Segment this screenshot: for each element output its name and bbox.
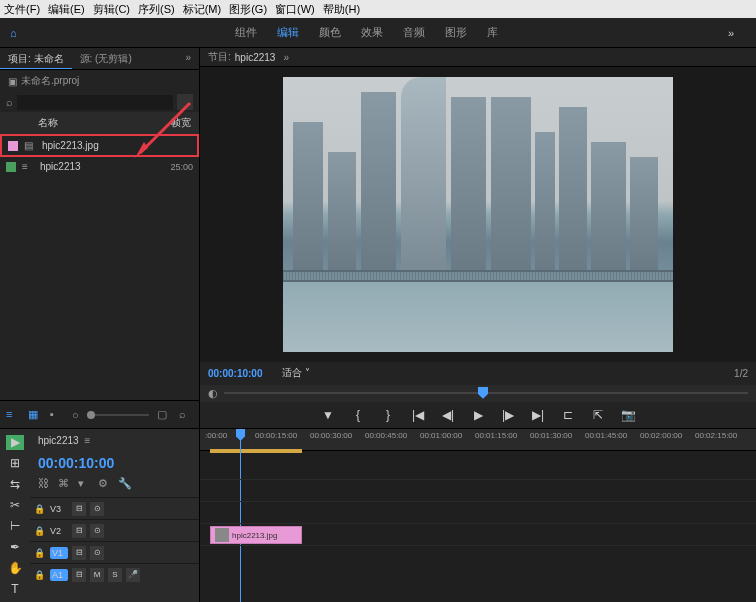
wrench-icon[interactable]: 🔧 xyxy=(118,477,132,491)
menu-mark[interactable]: 标记(M) xyxy=(183,2,222,17)
timeline-clip[interactable]: hpic2213.jpg xyxy=(210,526,302,544)
workspace-bar: ⌂ 组件 编辑 颜色 效果 音频 图形 库 » xyxy=(0,18,756,48)
in-bracket-icon[interactable]: { xyxy=(349,406,367,424)
zoom-fit[interactable]: 适合 ˅ xyxy=(282,366,310,380)
go-end-icon[interactable]: ▶| xyxy=(529,406,547,424)
menu-graphics[interactable]: 图形(G) xyxy=(229,2,267,17)
razor-tool[interactable]: ✂ xyxy=(6,498,24,513)
lift-icon[interactable]: ⊏ xyxy=(559,406,577,424)
ws-tab-library[interactable]: 库 xyxy=(487,25,498,40)
timeline-timecode[interactable]: 00:00:10:00 xyxy=(30,451,199,475)
track-row[interactable]: 🔒 A1 ⊟ M S 🎤 xyxy=(30,563,199,585)
track-name[interactable]: A1 xyxy=(50,569,68,581)
search-btn-icon[interactable]: ⌕ xyxy=(179,408,193,422)
voice-icon[interactable]: 🎤 xyxy=(126,568,140,582)
pen-tool[interactable]: ✒ xyxy=(6,539,24,554)
home-icon[interactable]: ⌂ xyxy=(10,27,17,39)
snap-icon[interactable]: ⛓ xyxy=(38,477,52,491)
timeline-more[interactable]: ≡ xyxy=(85,435,91,446)
lock-icon[interactable]: 🔒 xyxy=(34,548,46,558)
track-lane-a1[interactable] xyxy=(200,545,756,567)
program-tab-name[interactable]: hpic2213 xyxy=(235,52,276,63)
track-lane-v3[interactable] xyxy=(200,479,756,501)
lock-icon[interactable]: 🔒 xyxy=(34,526,46,536)
type-tool[interactable]: T xyxy=(6,581,24,596)
resolution-half[interactable]: 1/2 xyxy=(734,368,748,379)
lock-icon[interactable]: 🔒 xyxy=(34,504,46,514)
zoom-slider[interactable] xyxy=(87,414,149,416)
lock-icon[interactable]: 🔒 xyxy=(34,570,46,580)
sequence-icon: ≡ xyxy=(22,161,36,172)
project-path: ▣ 未命名.prproj xyxy=(0,70,199,92)
track-row[interactable]: 🔒 V3 ⊟ ⊙ xyxy=(30,497,199,519)
freeform-icon[interactable]: ▪ xyxy=(50,408,64,422)
select-tool[interactable]: ▶ xyxy=(6,435,24,450)
ws-tab-color[interactable]: 颜色 xyxy=(319,25,341,40)
source-tab[interactable]: 源: (无剪辑) xyxy=(72,48,140,69)
work-area-bar[interactable] xyxy=(210,449,302,453)
project-more[interactable]: » xyxy=(177,48,199,69)
ruler-tick: 00:00:30:00 xyxy=(310,431,352,440)
marker-opt-icon[interactable]: ▾ xyxy=(78,477,92,491)
out-bracket-icon[interactable]: } xyxy=(379,406,397,424)
play-icon[interactable]: ▶ xyxy=(469,406,487,424)
program-timecode[interactable]: 00:00:10:00 xyxy=(208,368,262,379)
list-view-icon[interactable]: ≡ xyxy=(6,408,20,422)
search-icon: ⌕ xyxy=(6,96,13,108)
step-fwd-icon[interactable]: |▶ xyxy=(499,406,517,424)
toggle-output-icon[interactable]: ⊟ xyxy=(72,568,86,582)
menu-edit[interactable]: 编辑(E) xyxy=(48,2,85,17)
settings-icon[interactable]: ⚙ xyxy=(98,477,112,491)
ruler-tick: 00:00:15:00 xyxy=(255,431,297,440)
toggle-output-icon[interactable]: ⊟ xyxy=(72,524,86,538)
menu-help[interactable]: 帮助(H) xyxy=(323,2,360,17)
toggle-output-icon[interactable]: ⊟ xyxy=(72,546,86,560)
toggle-output-icon[interactable]: ⊟ xyxy=(72,502,86,516)
timeline-tab[interactable]: hpic2213 xyxy=(38,435,79,446)
icon-view-icon[interactable]: ▦ xyxy=(28,408,42,422)
menu-sequence[interactable]: 序列(S) xyxy=(138,2,175,17)
preview-area[interactable] xyxy=(200,67,756,362)
slip-tool[interactable]: ⊢ xyxy=(6,519,24,534)
ws-tab-audio[interactable]: 音频 xyxy=(403,25,425,40)
track-row[interactable]: 🔒 V2 ⊟ ⊙ xyxy=(30,519,199,541)
mute-icon[interactable]: M xyxy=(90,568,104,582)
program-ruler[interactable]: ◐ xyxy=(200,385,756,402)
menu-window[interactable]: 窗口(W) xyxy=(275,2,315,17)
track-name[interactable]: V1 xyxy=(50,547,68,559)
track-lane-v1[interactable]: hpic2213.jpg xyxy=(200,523,756,545)
toggle-sync-icon[interactable]: ⊙ xyxy=(90,502,104,516)
ws-more[interactable]: » xyxy=(716,27,746,39)
playhead-icon[interactable] xyxy=(478,387,488,399)
menu-clip[interactable]: 剪辑(C) xyxy=(93,2,130,17)
marker-icon[interactable]: ▼ xyxy=(319,406,337,424)
track-name[interactable]: V3 xyxy=(50,504,68,514)
link-icon[interactable]: ⌘ xyxy=(58,477,72,491)
ws-tab-editing[interactable]: 编辑 xyxy=(277,25,299,40)
ws-tab-assembly[interactable]: 组件 xyxy=(235,25,257,40)
export-icon[interactable]: ⇱ xyxy=(589,406,607,424)
svg-marker-1 xyxy=(135,142,148,158)
track-row[interactable]: 🔒 V1 ⊟ ⊙ xyxy=(30,541,199,563)
track-name[interactable]: V2 xyxy=(50,526,68,536)
time-ruler[interactable]: :00:00 00:00:15:00 00:00:30:00 00:00:45:… xyxy=(200,429,756,451)
project-footer: ≡ ▦ ▪ ○ ▢ ⌕ xyxy=(0,400,199,428)
ripple-tool[interactable]: ⇆ xyxy=(6,477,24,492)
ws-tab-graphics[interactable]: 图形 xyxy=(445,25,467,40)
new-bin-icon[interactable]: ▢ xyxy=(157,408,171,422)
hand-tool[interactable]: ✋ xyxy=(6,560,24,575)
project-tab[interactable]: 项目: 未命名 xyxy=(0,48,72,69)
ruler-tick: 00:01:30:00 xyxy=(530,431,572,440)
timeline-tracks-area[interactable]: :00:00 00:00:15:00 00:00:30:00 00:00:45:… xyxy=(200,429,756,602)
solo-icon[interactable]: S xyxy=(108,568,122,582)
track-lane-v2[interactable] xyxy=(200,501,756,523)
menu-file[interactable]: 文件(F) xyxy=(4,2,40,17)
camera-icon[interactable]: 📷 xyxy=(619,406,637,424)
go-start-icon[interactable]: |◀ xyxy=(409,406,427,424)
track-select-tool[interactable]: ⊞ xyxy=(6,456,24,471)
toggle-sync-icon[interactable]: ⊙ xyxy=(90,546,104,560)
ws-tab-effects[interactable]: 效果 xyxy=(361,25,383,40)
toggle-sync-icon[interactable]: ⊙ xyxy=(90,524,104,538)
program-more[interactable]: » xyxy=(283,52,289,63)
step-back-icon[interactable]: ◀| xyxy=(439,406,457,424)
